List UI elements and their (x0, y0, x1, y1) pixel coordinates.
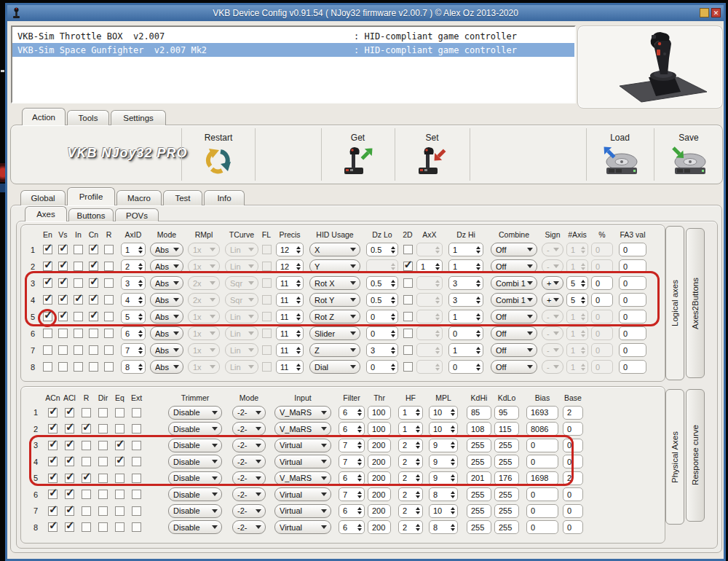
dir-checkbox[interactable] (98, 490, 108, 499)
r-checkbox[interactable] (104, 262, 114, 271)
pct-field[interactable]: 0 (591, 276, 613, 290)
spinner-arrows-icon[interactable] (138, 263, 143, 270)
dzhi-spinner[interactable]: 0 (448, 326, 483, 340)
cn-checkbox[interactable] (89, 329, 98, 338)
thr-field[interactable]: 200 (368, 487, 391, 501)
cn-checkbox[interactable] (89, 362, 98, 372)
combine-select[interactable]: Off (491, 243, 537, 256)
spinner-arrows-icon[interactable] (357, 491, 362, 498)
r-checkbox[interactable] (82, 490, 91, 499)
thr-field[interactable]: 200 (368, 455, 391, 468)
d2-checkbox[interactable] (403, 262, 413, 271)
acn-checkbox[interactable] (48, 408, 58, 417)
restart-button[interactable]: Restart (183, 125, 254, 184)
spinner-arrows-icon[interactable] (391, 364, 395, 371)
cn-checkbox[interactable] (89, 345, 98, 355)
mpl-spinner[interactable]: 10 (429, 422, 458, 436)
acl-checkbox[interactable] (65, 441, 74, 450)
fa3-field[interactable]: 0 (619, 276, 646, 290)
dir-checkbox[interactable] (98, 522, 108, 532)
combine-select[interactable]: Combi 1 (491, 293, 537, 307)
combine-select[interactable]: Off (491, 259, 537, 273)
kdhi-field[interactable]: 85 (467, 406, 491, 420)
hf-spinner[interactable]: 2 (398, 439, 423, 452)
spinner-arrows-icon[interactable] (435, 263, 440, 270)
spinner-arrows-icon[interactable] (435, 330, 440, 337)
spinner-arrows-icon[interactable] (451, 507, 455, 514)
spinner-arrows-icon[interactable] (451, 524, 455, 531)
dzlo-spinner[interactable]: 0 (366, 310, 398, 323)
device-row-selected[interactable]: VKB-Sim Space Gunfighter v2.007 Mk2 : HI… (12, 43, 574, 57)
eq-checkbox[interactable] (115, 441, 124, 450)
en-checkbox[interactable] (43, 245, 52, 254)
en-checkbox[interactable] (43, 295, 52, 305)
input-select[interactable]: Virtual (274, 520, 331, 534)
eq-checkbox[interactable] (115, 522, 124, 532)
mode-select[interactable]: -2- (232, 406, 266, 420)
mpl-spinner[interactable]: 8 (429, 487, 458, 501)
vs-checkbox[interactable] (58, 362, 68, 372)
mode-select[interactable]: Abs (150, 310, 183, 323)
title-bar[interactable]: VKB Device Config v0.91.54 ( NJoy32 firm… (7, 5, 724, 21)
filter-spinner[interactable]: 6 (339, 406, 365, 420)
spinner-arrows-icon[interactable] (416, 524, 420, 531)
en-checkbox[interactable] (43, 278, 52, 288)
vs-checkbox[interactable] (58, 295, 68, 305)
spinner-arrows-icon[interactable] (476, 297, 480, 304)
dir-checkbox[interactable] (98, 424, 108, 434)
r-checkbox[interactable] (104, 278, 114, 288)
vs-checkbox[interactable] (58, 345, 68, 355)
side-tab-physical-axes[interactable]: Physical Axes (665, 389, 684, 525)
spinner-arrows-icon[interactable] (391, 246, 395, 254)
vs-checkbox[interactable] (58, 278, 68, 288)
thr-field[interactable]: 200 (368, 520, 391, 534)
dzlo-spinner[interactable]: 0.5 (366, 243, 398, 256)
combine-select[interactable]: Off (491, 326, 537, 340)
filter-spinner[interactable]: 6 (339, 504, 365, 518)
trim-select[interactable]: Disable (168, 504, 222, 518)
kdlo-field[interactable]: 255 (494, 520, 519, 534)
fa3-field[interactable]: 0 (619, 310, 646, 323)
filter-spinner[interactable]: 6 (339, 422, 365, 436)
dzhi-spinner[interactable]: 1 (448, 310, 483, 323)
in-checkbox[interactable] (74, 312, 83, 321)
spinner-arrows-icon[interactable] (296, 280, 301, 287)
in-checkbox[interactable] (74, 262, 83, 271)
acl-checkbox[interactable] (65, 474, 74, 483)
r-checkbox[interactable] (104, 345, 114, 355)
spinner-arrows-icon[interactable] (476, 347, 480, 354)
hid-select[interactable]: Dial (309, 360, 360, 374)
tab-povs[interactable]: POVs (115, 208, 159, 221)
fa3-field[interactable]: 0 (619, 343, 646, 357)
acn-checkbox[interactable] (48, 457, 58, 466)
side-tab-axes2buttons[interactable]: Axes2Buttons (686, 228, 705, 378)
trim-select[interactable]: Disable (168, 455, 222, 468)
trim-select[interactable]: Disable (168, 406, 222, 420)
kdlo-field[interactable]: 255 (494, 439, 519, 452)
axid-spinner[interactable]: 5 (121, 310, 146, 323)
hid-select[interactable]: Slider (309, 326, 360, 340)
in-checkbox[interactable] (74, 245, 83, 254)
ext-checkbox[interactable] (132, 457, 141, 466)
acn-checkbox[interactable] (48, 424, 58, 434)
cn-checkbox[interactable] (89, 245, 98, 254)
eq-checkbox[interactable] (115, 506, 124, 516)
ext-checkbox[interactable] (132, 424, 141, 434)
precis-spinner[interactable]: 11 (276, 293, 304, 307)
r-checkbox[interactable] (82, 474, 91, 483)
hf-spinner[interactable]: 2 (398, 504, 423, 518)
cn-checkbox[interactable] (89, 312, 98, 321)
get-button[interactable]: Get (323, 125, 393, 184)
hid-select[interactable]: Rot Z (309, 310, 360, 323)
mode-select[interactable]: -2- (232, 471, 266, 485)
axid-spinner[interactable]: 7 (121, 343, 146, 357)
hf-spinner[interactable]: 1 (398, 422, 423, 436)
spinner-arrows-icon[interactable] (476, 246, 480, 254)
spinner-arrows-icon[interactable] (581, 280, 585, 287)
tab-tools[interactable]: Tools (67, 110, 109, 125)
input-select[interactable]: V_MaRS (274, 406, 331, 420)
spinner-arrows-icon[interactable] (451, 474, 455, 482)
tab-global[interactable]: Global (20, 190, 66, 205)
hid-select[interactable]: Rot Y (309, 293, 360, 307)
ext-checkbox[interactable] (132, 506, 141, 516)
